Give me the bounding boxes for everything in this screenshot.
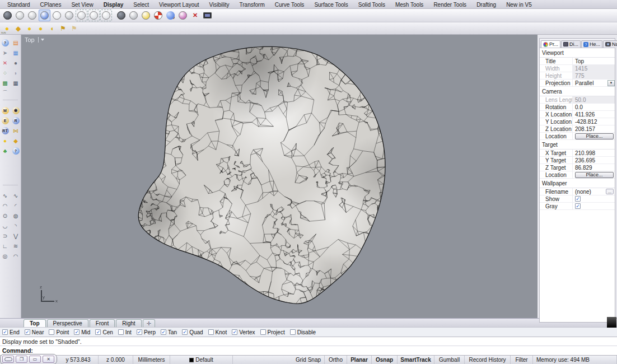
- status-grid-snap[interactable]: Grid Snap: [292, 356, 325, 364]
- dark-wire-sphere-icon[interactable]: [115, 10, 127, 21]
- checkbox-icon[interactable]: [290, 329, 296, 335]
- two-spheres-icon[interactable]: [165, 10, 176, 21]
- panel-tab-he[interactable]: ?He...: [581, 40, 602, 48]
- browse-button[interactable]: ...: [606, 189, 614, 194]
- checkbox-icon[interactable]: ✓: [161, 329, 166, 335]
- r-render-icon[interactable]: R: [11, 116, 20, 125]
- yellow-sphere-icon[interactable]: [140, 10, 152, 21]
- curve-v-icon[interactable]: ⋁: [11, 231, 20, 240]
- pen-display-icon[interactable]: [100, 10, 112, 21]
- compass-icon[interactable]: ◉: [11, 106, 20, 115]
- status-memory-use-494-mb[interactable]: Memory use: 494 MB: [533, 356, 617, 364]
- curve-icon[interactable]: ⌒: [1, 88, 10, 97]
- query-sphere-icon[interactable]: ?: [11, 146, 20, 155]
- osnap-cen[interactable]: ✓Cen: [95, 329, 113, 335]
- flag-icon[interactable]: ⚑: [58, 24, 68, 34]
- gray-checkbox[interactable]: ✓: [575, 203, 581, 209]
- status-planar[interactable]: Planar: [347, 356, 372, 364]
- dark-sphere-icon[interactable]: ●: [11, 58, 20, 67]
- curve-end-icon[interactable]: ◝: [11, 221, 20, 230]
- rendered-display-icon[interactable]: [26, 10, 38, 21]
- status-osnap[interactable]: Osnap: [372, 356, 398, 364]
- menu-tab-cplanes[interactable]: CPlanes: [35, 1, 67, 8]
- status-gumball[interactable]: Gumball: [434, 356, 465, 364]
- minimize-window-button[interactable]: ▭: [29, 356, 41, 363]
- whale-arrow-icon[interactable]: ➤: [1, 48, 10, 57]
- quadrant-sphere-icon[interactable]: [152, 10, 164, 21]
- checkbox-icon[interactable]: [260, 329, 266, 335]
- technical-display-icon[interactable]: [76, 10, 87, 21]
- checkbox-icon[interactable]: ✓: [232, 329, 237, 335]
- menu-tab-viewport-layout[interactable]: Viewport Layout: [154, 1, 204, 8]
- status-filter[interactable]: Filter: [511, 356, 533, 364]
- osnap-end[interactable]: ✓End: [2, 329, 20, 335]
- xray-display-icon[interactable]: [63, 10, 75, 21]
- status-smarttrack[interactable]: SmartTrack: [398, 356, 434, 364]
- viewport-tab-perspective[interactable]: Perspective: [47, 319, 88, 327]
- menu-tab-standard[interactable]: Standard: [2, 1, 35, 8]
- flag-dim-icon[interactable]: ⚑: [69, 24, 80, 34]
- osnap-mid[interactable]: ✓Mid: [74, 329, 90, 335]
- menu-tab-new-in-v5[interactable]: New in V5: [501, 1, 537, 8]
- checkbox-icon[interactable]: ✓: [74, 329, 80, 335]
- top-viewport[interactable]: Top z y x: [21, 35, 537, 318]
- checkbox-icon[interactable]: [49, 329, 54, 335]
- ghosted-display-icon[interactable]: [51, 10, 63, 21]
- command-prompt[interactable]: Command:: [0, 346, 617, 355]
- osnap-perp[interactable]: ✓Perp: [137, 329, 156, 335]
- trees-icon[interactable]: ♣: [1, 146, 10, 155]
- point-cloud-icon[interactable]: ⁘: [1, 68, 10, 77]
- bowtie-icon[interactable]: ⋈: [11, 126, 20, 135]
- menu-tab-visibility[interactable]: Visibility: [204, 1, 235, 8]
- sphere-cage-icon[interactable]: ◍: [11, 211, 20, 220]
- osnap-project[interactable]: Project: [260, 329, 285, 335]
- gold-diamond-icon[interactable]: ◆: [11, 136, 20, 145]
- status-ortho[interactable]: Ortho: [325, 356, 347, 364]
- status-y-573-843[interactable]: y 573.843: [58, 356, 99, 364]
- yellow-ball-icon[interactable]: ●: [24, 24, 35, 34]
- yellow-ball2-icon[interactable]: ●: [35, 24, 46, 34]
- osnap-tan[interactable]: ✓Tan: [161, 329, 177, 335]
- menu-tab-display[interactable]: Display: [99, 1, 129, 8]
- menu-tab-transform[interactable]: Transform: [235, 1, 270, 8]
- panel-window-icon[interactable]: ▦: [11, 48, 20, 57]
- show-checkbox[interactable]: ✓: [575, 196, 581, 202]
- checkbox-icon[interactable]: ✓: [182, 329, 188, 335]
- menu-tab-set-view[interactable]: Set View: [66, 1, 98, 8]
- menu-tab-select[interactable]: Select: [128, 1, 154, 8]
- edit-points-icon[interactable]: ∿: [1, 191, 10, 200]
- shaded-display-icon[interactable]: [14, 10, 26, 21]
- maxwell-icon[interactable]: M: [1, 106, 10, 115]
- help-icon[interactable]: ?: [1, 38, 10, 47]
- viewport-tab-top[interactable]: Top: [24, 319, 46, 327]
- arc-icon[interactable]: ◠: [11, 251, 20, 260]
- rt-render-icon[interactable]: RT: [1, 126, 10, 135]
- status-millimeters[interactable]: Millimeters: [133, 356, 170, 364]
- points-on-icon[interactable]: ⊙: [1, 211, 10, 220]
- checkbox-icon[interactable]: [208, 329, 214, 335]
- wireframe-display-icon[interactable]: [2, 10, 13, 21]
- osnap-quad[interactable]: ✓Quad: [182, 329, 203, 335]
- panel-tab-di[interactable]: Di...: [561, 40, 581, 48]
- checkbox-icon[interactable]: ✓: [2, 329, 8, 335]
- menu-tab-solid-tools[interactable]: Solid Tools: [353, 1, 390, 8]
- sun-small-icon[interactable]: ●: [1, 136, 10, 145]
- cancel-display-icon[interactable]: ✕: [189, 10, 201, 21]
- handle-curve-icon[interactable]: ◠: [1, 201, 10, 210]
- wireframe-head-mesh[interactable]: [21, 35, 537, 318]
- projection-dropdown-button[interactable]: ▼: [607, 80, 615, 86]
- place-button[interactable]: Place...: [575, 172, 614, 178]
- delete-icon[interactable]: ✕: [1, 58, 10, 67]
- osnap-knot[interactable]: Knot: [208, 329, 227, 335]
- checkbox-icon[interactable]: ✓: [95, 329, 101, 335]
- panel-tab-na[interactable]: Na...: [603, 40, 617, 48]
- paint-grid-icon[interactable]: ▩: [1, 78, 10, 87]
- viewport-title-menu[interactable]: Top: [25, 36, 44, 43]
- visor-icon[interactable]: ◗: [11, 68, 20, 77]
- tangent-curve-icon[interactable]: ◜: [11, 201, 20, 210]
- checkbox-icon[interactable]: ✓: [137, 329, 142, 335]
- osnap-vertex[interactable]: ✓Vertex: [232, 329, 255, 335]
- checkbox-icon[interactable]: ✓: [25, 329, 30, 335]
- menu-tab-surface-tools[interactable]: Surface Tools: [309, 1, 353, 8]
- viewport-tab-front[interactable]: Front: [90, 319, 115, 327]
